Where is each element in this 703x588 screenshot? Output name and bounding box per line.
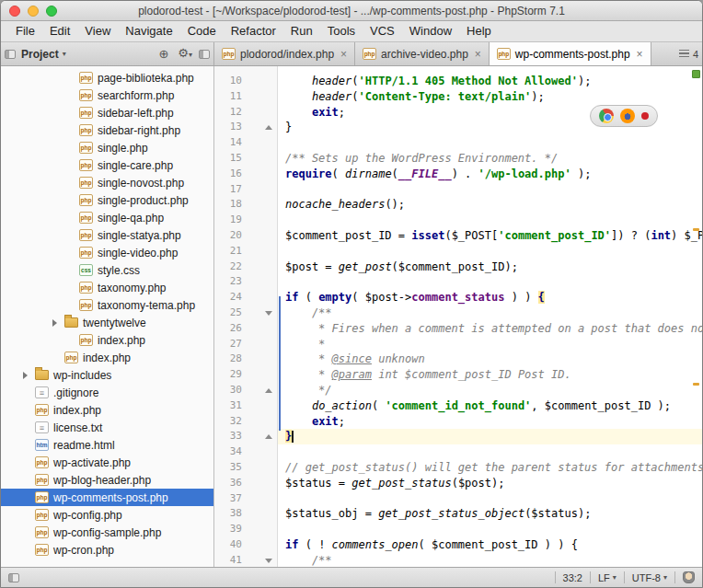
tree-item[interactable]: phpsidebar-right.php (1, 121, 213, 139)
fold-marker-icon[interactable] (265, 125, 272, 130)
fold-marker-icon[interactable] (265, 311, 272, 316)
tree-item[interactable]: phpindex.php (1, 331, 213, 349)
line-separator-widget[interactable]: LF ▾ (598, 572, 617, 583)
menu-window[interactable]: Window (402, 21, 459, 41)
menu-help[interactable]: Help (459, 21, 499, 41)
code-text: $status_obj = get_post_status_object($st… (278, 506, 702, 522)
tree-item-label: .gitignore (53, 386, 98, 399)
close-tab-icon[interactable]: × (475, 48, 481, 61)
fold-marker-icon[interactable] (265, 559, 272, 563)
menu-edit[interactable]: Edit (42, 21, 77, 41)
code-line: 37 (214, 491, 702, 507)
menu-vcs[interactable]: VCS (363, 21, 402, 41)
fold-marker-icon[interactable] (265, 434, 272, 439)
tree-item[interactable]: ≡license.txt (1, 419, 213, 436)
tree-item[interactable]: phpsingle-statya.php (1, 226, 213, 244)
main-area: phppage-biblioteka.phpphpsearchform.phpp… (1, 66, 702, 567)
warning-stripe-mark[interactable] (693, 228, 699, 231)
hide-panel-icon[interactable] (199, 50, 210, 59)
tree-item[interactable]: phpindex.php (1, 349, 213, 366)
close-tab-icon[interactable]: × (637, 48, 643, 61)
menu-code[interactable]: Code (180, 21, 224, 41)
project-tree[interactable]: phppage-biblioteka.phpphpsearchform.phpp… (1, 66, 214, 567)
encoding-widget[interactable]: UTF-8 ▾ (632, 572, 667, 583)
hidden-tabs-dropdown[interactable]: 4 (679, 42, 698, 65)
code-line: 17 (214, 182, 702, 198)
tree-item[interactable]: ≡.gitignore (1, 384, 213, 401)
tab-label: plodorod/index.php (240, 48, 334, 61)
code-editor[interactable]: 10 header('HTTP/1.1 405 Method Not Allow… (214, 66, 702, 567)
tree-item[interactable]: phpwp-config.php (1, 506, 213, 524)
tree-item-label: single.php (98, 142, 148, 155)
inspection-status-icon[interactable] (692, 70, 700, 78)
tab-plodorod-index-php[interactable]: phpplodorod/index.php× (214, 42, 355, 65)
tree-item[interactable]: twentytwelve (1, 314, 213, 331)
code-text: /** Sets up the WordPress Environment. *… (278, 151, 702, 167)
tree-item[interactable]: phpsingle-video.php (1, 244, 213, 261)
tree-item[interactable]: phpwp-activate.php (1, 454, 213, 471)
chrome-icon[interactable] (599, 109, 614, 123)
tree-item-label: single-care.php (98, 159, 173, 172)
tree-item[interactable]: phpsingle-qa.php (1, 209, 213, 226)
hidden-tabs-count: 4 (693, 49, 698, 60)
chevron-down-icon[interactable]: ▾ (63, 50, 66, 58)
close-window-button[interactable] (9, 6, 20, 17)
opera-icon[interactable] (641, 112, 649, 120)
minimize-window-button[interactable] (28, 6, 39, 17)
tree-item-label: single-video.php (98, 247, 178, 259)
tree-item[interactable]: phpsingle-care.php (1, 156, 213, 174)
close-tab-icon[interactable]: × (340, 48, 347, 61)
tree-item[interactable]: phptaxonomy-tema.php (1, 296, 213, 314)
tree-item[interactable]: phpindex.php (1, 401, 213, 419)
highlighting-level-icon[interactable] (683, 571, 695, 583)
tree-item[interactable]: phpsidebar-left.php (1, 104, 213, 121)
tree-item[interactable]: phpwp-cron.php (1, 541, 213, 559)
menu-navigate[interactable]: Navigate (118, 21, 179, 41)
tree-item[interactable]: phpsingle-product.php (1, 191, 213, 209)
tree-item[interactable]: phpwp-blog-header.php (1, 471, 213, 489)
tree-item[interactable]: phpsingle-novost.php (1, 174, 213, 191)
menu-file[interactable]: File (8, 21, 42, 41)
line-number: 31 (214, 398, 255, 414)
menu-run[interactable]: Run (283, 21, 320, 41)
code-line: 31 do_action( 'comment_id_not_found', $c… (214, 398, 702, 414)
tree-item[interactable]: phpwp-config-sample.php (1, 524, 213, 541)
tab-wp-comments-post-php[interactable]: phpwp-comments-post.php× (490, 42, 651, 65)
target-icon[interactable]: ⊕ (156, 43, 171, 65)
tree-item[interactable]: phpsearchform.php (1, 86, 213, 104)
text-file-icon: ≡ (35, 421, 49, 433)
tree-item[interactable]: cssstyle.css (1, 261, 213, 279)
tree-item[interactable]: htmreadme.html (1, 436, 213, 454)
fold-gutter (255, 383, 278, 398)
firefox-icon[interactable] (620, 109, 635, 123)
error-stripe[interactable] (690, 66, 702, 567)
line-number: 18 (214, 197, 255, 213)
tab-archive-video-php[interactable]: phparchive-video.php× (355, 42, 490, 65)
tree-item[interactable]: phptaxonomy.php (1, 279, 213, 296)
code-line: 11 header('Content-Type: text/plain'); (214, 89, 702, 105)
code-text: $post = get_post($comment_post_ID); (278, 259, 702, 275)
gear-icon[interactable]: ⚙▾ (175, 42, 195, 66)
tree-item[interactable]: phpsingle.php (1, 139, 213, 156)
php-file-icon: php (35, 404, 49, 416)
warning-stripe-mark[interactable] (693, 383, 699, 386)
caret-position-widget[interactable]: 33:2 (563, 572, 582, 583)
zoom-window-button[interactable] (46, 6, 57, 17)
expand-arrow-icon[interactable] (19, 372, 30, 379)
tree-item[interactable]: phppage-biblioteka.php (1, 69, 213, 86)
expand-arrow-icon[interactable] (49, 319, 60, 327)
tool-window-icon[interactable] (5, 50, 16, 59)
project-view-selector[interactable]: Project (21, 48, 59, 61)
menu-tools[interactable]: Tools (320, 21, 363, 41)
fold-gutter (255, 290, 278, 306)
fold-marker-icon[interactable] (265, 388, 272, 393)
tree-item[interactable]: wp-includes (1, 366, 213, 384)
toggle-toolwindows-icon[interactable] (8, 573, 19, 582)
line-number: 38 (214, 506, 255, 522)
tree-item[interactable]: phpwp-comments-post.php (1, 489, 213, 506)
code-line: 41 /** (214, 553, 702, 567)
menu-view[interactable]: View (77, 21, 118, 41)
php-file-icon: php (35, 526, 49, 538)
menu-refactor[interactable]: Refactor (224, 21, 283, 41)
code-line: 18nocache_headers(); (214, 197, 702, 213)
